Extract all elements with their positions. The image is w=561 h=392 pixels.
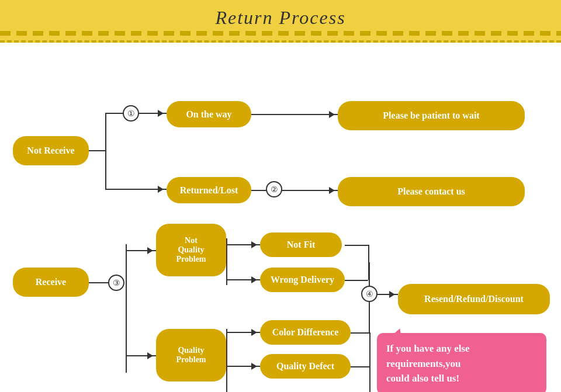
- line-qd-right: [351, 366, 369, 367]
- arrow-to-wrongdel: [226, 279, 260, 280]
- circle-3: ③: [108, 275, 124, 291]
- please-contact-box: Please contact us: [338, 177, 525, 206]
- line-cd-right: [351, 332, 369, 334]
- arrow-to-wait: [251, 114, 338, 115]
- not-receive-box: Not Receive: [13, 136, 89, 165]
- quality-problem-box: Quality Problem: [156, 329, 226, 381]
- page-title: Return Process: [0, 7, 561, 29]
- returned-lost-box: Returned/Lost: [167, 177, 251, 203]
- arrow-to-returned: [105, 189, 167, 190]
- circle-1: ①: [123, 105, 139, 122]
- arrow-to-contact: [251, 190, 338, 191]
- line-v-top: [105, 113, 106, 189]
- not-quality-box: Not Quality Problem: [156, 224, 226, 276]
- color-diff-box: Color Difference: [260, 320, 351, 345]
- header: Return Process: [0, 0, 561, 43]
- arrow-to-colordiff: [226, 332, 260, 333]
- on-the-way-box: On the way: [167, 101, 251, 127]
- diagram-content: Not Receive ① On the way Please be patie…: [0, 43, 561, 392]
- speech-bubble: If you have any else requirements,you co…: [377, 333, 546, 392]
- not-fit-box: Not Fit: [260, 233, 342, 257]
- line-v-qp: [226, 329, 227, 392]
- circle-2: ②: [266, 181, 282, 197]
- circle-4: ④: [361, 286, 378, 302]
- line-v-nq: [226, 238, 227, 285]
- arrow-to-qualitydefect: [226, 366, 260, 367]
- quality-defect-box: Quality Defect: [260, 354, 351, 379]
- line-nr-branch: [89, 150, 105, 151]
- arrow-to-notquality: [126, 250, 156, 251]
- receive-box: Receive: [13, 268, 89, 297]
- arrow-to-notfit: [226, 244, 260, 245]
- resend-box: Resend/Refund/Discount: [398, 284, 550, 314]
- arrow-to-quality: [126, 355, 156, 356]
- line-v-receive: [126, 244, 127, 373]
- please-wait-box: Please be patient to wait: [338, 101, 525, 130]
- line-v-qp-merge: [369, 332, 370, 392]
- header-dashes: [0, 31, 561, 36]
- wrong-delivery-box: Wrong Delivery: [260, 268, 345, 292]
- line-wd-right: [345, 280, 368, 281]
- line-nf-right: [345, 245, 368, 246]
